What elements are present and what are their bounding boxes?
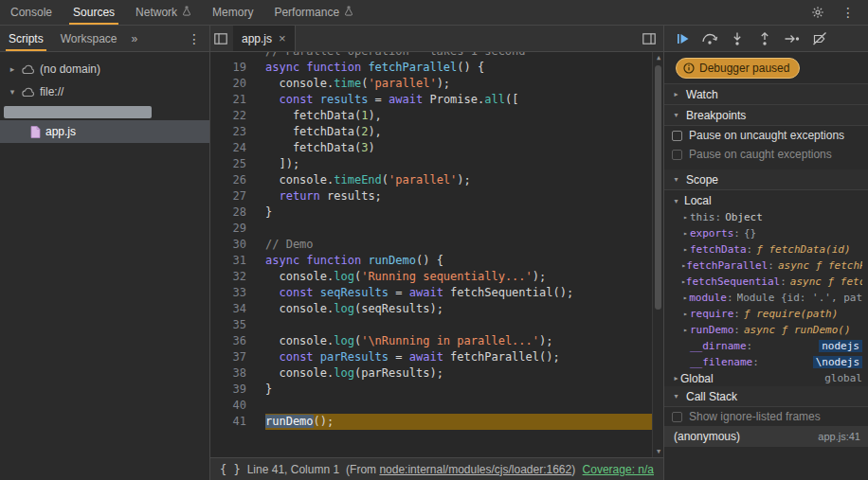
line-number[interactable]: 33 bbox=[210, 285, 254, 301]
code-line-27[interactable]: 27 return results; bbox=[210, 188, 652, 204]
editor-tab-appjs[interactable]: app.js × bbox=[233, 26, 296, 51]
collapse-icon[interactable]: ▸ bbox=[681, 245, 690, 254]
line-number[interactable]: 21 bbox=[210, 92, 254, 108]
checkbox-icon[interactable] bbox=[672, 150, 682, 160]
breakpoint-margin[interactable] bbox=[254, 317, 265, 333]
code-line-33[interactable]: 33 const seqResults = await fetchSequent… bbox=[210, 285, 652, 301]
collapse-icon[interactable]: ▸ bbox=[681, 326, 690, 334]
deactivate-breakpoints-button[interactable] bbox=[809, 28, 830, 49]
line-number[interactable]: 38 bbox=[210, 365, 254, 382]
code-line-30[interactable]: 30// Demo bbox=[210, 237, 652, 253]
scope-variable-this[interactable]: ▸this:Object bbox=[664, 209, 868, 225]
breakpoint-margin[interactable] bbox=[254, 414, 265, 430]
tab-network[interactable]: Network bbox=[125, 0, 202, 25]
scroll-up-icon[interactable]: ▲ bbox=[653, 54, 663, 62]
code-line-37[interactable]: 37 const parResults = await fetchParalle… bbox=[210, 349, 652, 365]
tree-item-file-[interactable]: ▾file:// bbox=[0, 80, 209, 103]
code-line-26[interactable]: 26 console.timeEnd('parallel'); bbox=[210, 172, 652, 188]
breakpoint-margin[interactable] bbox=[254, 365, 265, 382]
watch-section-header[interactable]: ▸ Watch bbox=[664, 84, 868, 105]
line-number[interactable] bbox=[210, 52, 254, 60]
checkbox-icon[interactable] bbox=[672, 131, 682, 141]
tab-console[interactable]: Console bbox=[0, 0, 63, 25]
step-button[interactable] bbox=[782, 28, 803, 49]
code-line-clipped[interactable]: // Parallel operation - takes 1 second bbox=[210, 52, 652, 60]
code-line-24[interactable]: 24 fetchData(3) bbox=[210, 140, 652, 156]
breakpoint-margin[interactable] bbox=[254, 52, 265, 60]
show-ignore-listed-checkbox-row[interactable]: Show ignore-listed frames bbox=[664, 407, 868, 426]
breakpoints-section-header[interactable]: ▾ Breakpoints bbox=[664, 105, 868, 126]
code-line-41[interactable]: 41runDemo(); bbox=[210, 414, 652, 430]
line-number[interactable]: 22 bbox=[210, 108, 254, 124]
pretty-print-button[interactable]: { } bbox=[220, 463, 241, 476]
step-into-button[interactable] bbox=[727, 28, 748, 49]
scrollbar-thumb[interactable] bbox=[655, 65, 661, 310]
breakpoint-margin[interactable] bbox=[254, 382, 265, 398]
step-over-button[interactable] bbox=[699, 28, 720, 49]
scope-section-header[interactable]: ▾ Scope bbox=[664, 169, 868, 190]
collapse-icon[interactable]: ▸ bbox=[681, 229, 690, 238]
code-line-28[interactable]: 28} bbox=[210, 204, 652, 221]
line-number[interactable]: 37 bbox=[210, 349, 254, 365]
line-number[interactable]: 40 bbox=[210, 398, 254, 414]
code-line-39[interactable]: 39} bbox=[210, 382, 652, 398]
scope-variable-runDemo[interactable]: ▸runDemo:async ƒ runDemo() bbox=[664, 322, 868, 338]
line-number[interactable]: 29 bbox=[210, 221, 254, 237]
code-editor[interactable]: // Parallel operation - takes 1 second19… bbox=[210, 52, 663, 457]
line-number[interactable]: 26 bbox=[210, 172, 254, 188]
line-number[interactable]: 36 bbox=[210, 333, 254, 349]
scope-variable-exports[interactable]: ▸exports:{} bbox=[664, 225, 868, 241]
tree-item--no-domain-[interactable]: ▸(no domain) bbox=[0, 58, 209, 80]
line-number[interactable]: 30 bbox=[210, 237, 254, 253]
breakpoint-margin[interactable] bbox=[254, 76, 265, 92]
breakpoint-margin[interactable] bbox=[254, 221, 265, 237]
breakpoint-margin[interactable] bbox=[254, 398, 265, 414]
toggle-debugger-sidebar-button[interactable] bbox=[639, 28, 660, 49]
line-number[interactable]: 23 bbox=[210, 124, 254, 140]
scope-variable-__filename[interactable]: __filename:\nodejs bbox=[664, 354, 868, 370]
code-line-21[interactable]: 21 const results = await Promise.all([ bbox=[210, 92, 652, 108]
checkbox-icon[interactable] bbox=[672, 412, 682, 422]
tab-performance[interactable]: Performance bbox=[263, 0, 364, 25]
coverage-status[interactable]: Coverage: n/a bbox=[583, 463, 654, 476]
line-number[interactable]: 25 bbox=[210, 156, 254, 172]
tree-item-app-js[interactable]: app.js bbox=[0, 120, 209, 143]
line-number[interactable]: 24 bbox=[210, 140, 254, 156]
line-number[interactable]: 28 bbox=[210, 204, 254, 221]
call-stack-section-header[interactable]: ▾ Call Stack bbox=[664, 386, 868, 407]
collapse-icon[interactable]: ▸ bbox=[681, 310, 690, 318]
more-tabs-button[interactable]: » bbox=[126, 32, 144, 45]
call-stack-frame[interactable]: (anonymous)app.js:41 bbox=[664, 426, 868, 447]
code-line-25[interactable]: 25 ]); bbox=[210, 156, 652, 172]
tab-sources[interactable]: Sources bbox=[63, 0, 125, 25]
code-line-34[interactable]: 34 console.log(seqResults); bbox=[210, 301, 652, 317]
breakpoint-margin[interactable] bbox=[254, 253, 265, 269]
breakpoint-option-0[interactable]: Pause on uncaught exceptions bbox=[664, 126, 868, 145]
line-number[interactable]: 35 bbox=[210, 317, 254, 333]
breakpoint-margin[interactable] bbox=[254, 60, 265, 76]
breakpoint-margin[interactable] bbox=[254, 269, 265, 285]
scope-variable-module[interactable]: ▸module:Module {id: '.', path… bbox=[664, 290, 868, 306]
breakpoint-margin[interactable] bbox=[254, 172, 265, 188]
expand-icon[interactable]: ▾ bbox=[8, 87, 17, 97]
code-line-29[interactable]: 29 bbox=[210, 221, 652, 237]
code-line-35[interactable]: 35 bbox=[210, 317, 652, 333]
breakpoint-margin[interactable] bbox=[254, 285, 265, 301]
code-line-36[interactable]: 36 console.log('\nRunning in parallel...… bbox=[210, 333, 652, 349]
editor-scrollbar[interactable]: ▲ ▼ bbox=[652, 52, 663, 457]
navigator-tab-scripts[interactable]: Scripts bbox=[0, 26, 52, 51]
line-number[interactable]: 34 bbox=[210, 301, 254, 317]
line-number[interactable]: 32 bbox=[210, 269, 254, 285]
line-number[interactable]: 41 bbox=[210, 414, 254, 430]
breakpoint-margin[interactable] bbox=[254, 140, 265, 156]
scope-local-header[interactable]: ▾ Local bbox=[664, 192, 868, 209]
loader-source-link[interactable]: node:internal/modules/cjs/loader:1662 bbox=[379, 463, 571, 476]
code-line-19[interactable]: 19async function fetchParallel() { bbox=[210, 60, 652, 76]
code-line-20[interactable]: 20 console.time('parallel'); bbox=[210, 76, 652, 92]
breakpoint-margin[interactable] bbox=[254, 301, 265, 317]
scope-variable-fetchParallel[interactable]: ▸fetchParallel:async ƒ fetchParallel() bbox=[664, 258, 868, 274]
collapse-icon[interactable]: ▸ bbox=[681, 293, 689, 302]
navigator-menu-button[interactable]: ⋮ bbox=[188, 32, 209, 45]
breakpoint-option-1[interactable]: Pause on caught exceptions bbox=[664, 145, 868, 164]
code-line-40[interactable]: 40 bbox=[210, 398, 652, 414]
